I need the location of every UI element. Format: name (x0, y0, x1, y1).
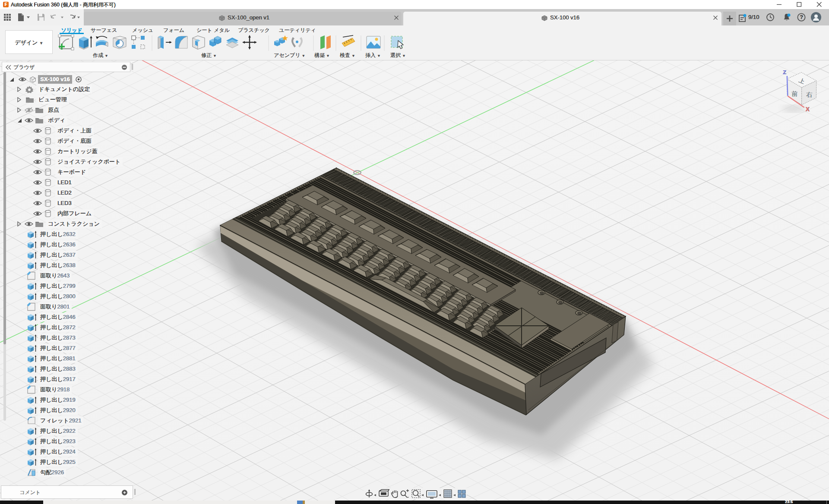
svg-text:?: ? (800, 14, 803, 20)
svg-text:前: 前 (791, 90, 797, 97)
svg-text:Z: Z (783, 69, 786, 76)
svg-text:右: 右 (806, 91, 812, 98)
svg-text:X: X (805, 106, 810, 113)
